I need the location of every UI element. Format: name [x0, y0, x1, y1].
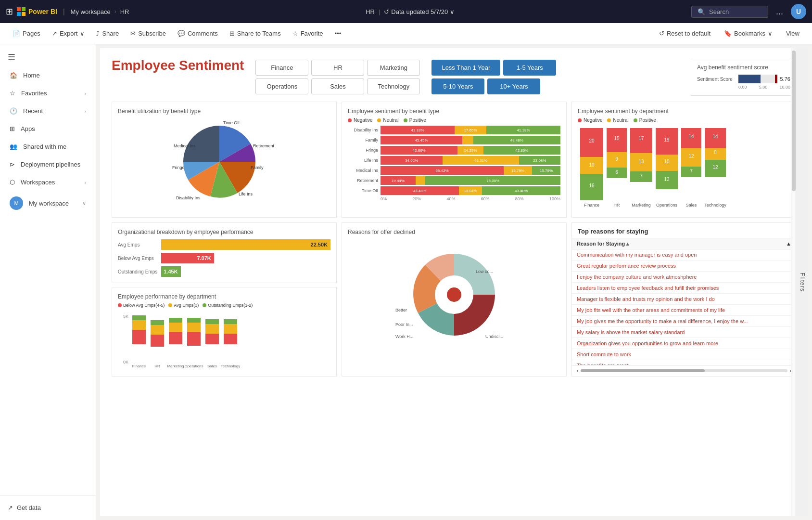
nav-sep1: |: [63, 8, 65, 15]
my-workspace-avatar: M: [10, 196, 23, 210]
dept-pos-dot: [634, 118, 637, 122]
reason-item-4[interactable]: Leaders listen to employee feedback and …: [572, 283, 796, 294]
legend-positive: Positive: [404, 117, 426, 123]
axis-80: 80%: [515, 196, 524, 201]
comments-button[interactable]: 💬 Comments: [173, 28, 223, 39]
reason-item-9[interactable]: Organization gives you opportunities to …: [572, 338, 796, 349]
user-avatar[interactable]: U: [791, 4, 806, 19]
finance-pos-val: 16: [589, 183, 595, 188]
sentiment-bar-fill: [738, 75, 761, 83]
get-data-button[interactable]: ↗ Get data: [0, 499, 96, 516]
label-lifeins: Life Ins: [239, 192, 253, 196]
reason-sort-icon[interactable]: ▲: [625, 241, 630, 247]
tech-avg: [224, 324, 237, 334]
filter-1-5-years[interactable]: 1-5 Years: [503, 60, 556, 76]
bar-stack: 45.45% 48.48%: [381, 136, 560, 144]
sidebar-item-apps[interactable]: ⊞ Apps: [2, 120, 94, 137]
filter-technology[interactable]: Technology: [367, 78, 420, 94]
filters-panel[interactable]: Filters: [796, 48, 808, 516]
avg-label: Avg Emps: [118, 242, 161, 247]
h-scrollbar[interactable]: [581, 369, 787, 372]
bookmarks-button[interactable]: 🔖 Bookmarks ∨: [719, 28, 777, 39]
sidebar-item-pipelines[interactable]: ⊳ Deployment pipelines: [2, 156, 94, 173]
sentiment-axis: 0.00 5.00 10.00: [697, 85, 790, 90]
sentiment-bar-accent: [775, 75, 777, 83]
more-toolbar-button[interactable]: •••: [330, 28, 346, 39]
axis-max: 10.00: [779, 85, 790, 90]
filter-operations[interactable]: Operations: [255, 78, 308, 94]
sidebar-item-workspaces[interactable]: ⬡ Workspaces ›: [2, 174, 94, 191]
filter-marketing[interactable]: Marketing: [367, 60, 420, 76]
sidebar-item-myworkspace[interactable]: M My workspace ∨: [2, 192, 94, 215]
more-options-icon[interactable]: ...: [772, 5, 787, 19]
more-icon: •••: [335, 30, 342, 37]
dept-neg-label: Negative: [584, 117, 602, 123]
sidebar-item-home[interactable]: 🏠 Home: [2, 67, 94, 84]
right-scrollbar[interactable]: [791, 48, 796, 516]
bar-row-fringe: Fringe 42.86% 14.29% 42.86%: [348, 146, 560, 155]
report-inner: Employee Sentiment Finance HR Marketing …: [100, 48, 808, 516]
fin-lbl: Finance: [132, 364, 146, 368]
reason-item-10[interactable]: Short commute to work: [572, 349, 796, 360]
nav-workspace[interactable]: My workspace: [71, 8, 111, 15]
sidebar-item-shared[interactable]: 👥 Shared with me: [2, 138, 94, 155]
reason-item-6[interactable]: My job fits well with the other areas an…: [572, 305, 796, 316]
tech-pos-val: 12: [712, 165, 718, 170]
reason-item-2[interactable]: Great regular performance review process: [572, 260, 796, 272]
pages-button[interactable]: 📄 Pages: [8, 28, 45, 39]
filter-hr[interactable]: HR: [311, 60, 364, 76]
subscribe-button[interactable]: ✉ Subscribe: [126, 28, 171, 39]
sidebar-toggle[interactable]: ☰: [0, 48, 96, 66]
neu-bar: 42.31%: [443, 156, 519, 165]
filter-5-10-years[interactable]: 5-10 Years: [431, 78, 484, 94]
pages-icon: 📄: [13, 30, 20, 37]
benefit-pie-svg: Time Off Retirement Family Life Ins Disa…: [171, 118, 277, 205]
export-button[interactable]: ↗ Export ∨: [47, 28, 90, 39]
neg-bar: 68.42%: [381, 166, 504, 175]
perf-dot3: [203, 303, 206, 307]
dept-legend: Negative Neutral Positive: [578, 117, 790, 123]
sentiment-dept-title: Employee sentiment by department: [578, 108, 790, 115]
reason-item-5[interactable]: Manager is flexible and trusts my opinio…: [572, 294, 796, 305]
neg-bar: 42.86%: [381, 146, 457, 155]
neg-dot: [348, 118, 352, 122]
filter-less-than-year[interactable]: Less Than 1 Year: [431, 60, 500, 76]
dept-legend-neu: Neutral: [607, 117, 628, 123]
out-value: 1.45K: [164, 269, 178, 274]
bar-label: Retirement: [348, 178, 381, 183]
org-row-out: Outstanding Emps 1.45K: [118, 266, 330, 277]
favorite-button[interactable]: ☆ Favorite: [288, 28, 328, 39]
pos-bar: 75.00%: [425, 176, 560, 185]
reasons-scroll-bar[interactable]: ‹ ›: [572, 365, 796, 376]
label-disability: Disability Ins: [176, 195, 201, 200]
search-box[interactable]: 🔍 Search: [691, 6, 768, 18]
reason-item-7[interactable]: My job gives me the opportunity to make …: [572, 316, 796, 327]
apps-label: Apps: [21, 125, 35, 132]
reasons-list[interactable]: Communication with my manager is easy an…: [572, 249, 796, 365]
scroll-left[interactable]: ‹: [577, 367, 579, 374]
pos-bar: 48.48%: [473, 136, 560, 144]
filter-finance[interactable]: Finance: [255, 60, 308, 76]
benefit-util-card: Benefit utilization by benefit type: [112, 102, 337, 218]
data-refresh[interactable]: ↺ Data updated 5/7/20 ∨: [384, 8, 455, 15]
hr-out: [151, 320, 164, 325]
reason-item-8[interactable]: My salary is above the market salary sta…: [572, 327, 796, 338]
dept-filter-row1: Finance HR Marketing: [255, 60, 420, 76]
reason-item-1[interactable]: Communication with my manager is easy an…: [572, 249, 796, 260]
filter-10-plus-years[interactable]: 10+ Years: [487, 78, 540, 94]
apps-icon[interactable]: ⊞: [6, 6, 13, 17]
sidebar-item-recent[interactable]: 🕐 Recent ›: [2, 103, 94, 119]
label-fringe: Fringe: [172, 165, 185, 170]
sidebar-item-favorites[interactable]: ☆ Favorites ›: [2, 85, 94, 102]
reset-button[interactable]: ↺ Reset to default: [654, 28, 715, 39]
dept-legend-pos: Positive: [634, 117, 656, 123]
filter-sales[interactable]: Sales: [311, 78, 364, 94]
view-button[interactable]: View: [781, 28, 804, 39]
mkt-pos-val: 7: [640, 173, 643, 179]
reason-item-3[interactable]: I enjoy the company culture and work atm…: [572, 272, 796, 283]
reason-item-11[interactable]: The benefits are great: [572, 360, 796, 365]
favorite-icon: ☆: [292, 30, 298, 37]
share-button[interactable]: ⤴ Share: [91, 28, 124, 39]
share-teams-button[interactable]: ⊞ Share to Teams: [225, 28, 286, 39]
neg-bar: 43.48%: [381, 186, 459, 195]
